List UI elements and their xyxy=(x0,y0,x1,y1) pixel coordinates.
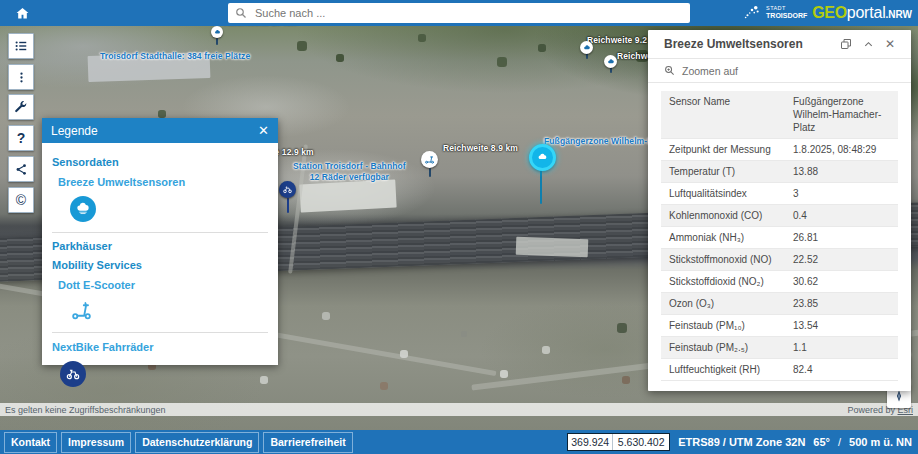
close-icon[interactable]: ✕ xyxy=(258,124,269,137)
copyright-button[interactable]: © xyxy=(8,187,34,213)
scooter-icon xyxy=(70,299,93,322)
help-button[interactable]: ? xyxy=(8,125,34,151)
legend-divider xyxy=(52,332,268,333)
map-label-stadthalle-parking: Troisdorf Stadthalle: 384 freie Plätze xyxy=(100,51,250,61)
search-icon xyxy=(235,7,247,19)
heading-readout: 65° xyxy=(813,436,830,448)
building-roof xyxy=(516,237,589,258)
geoportal-app: Reichweite 27 km Troisdorf Stadthalle: 3… xyxy=(0,0,918,454)
legend-title: Legende xyxy=(51,124,98,138)
list-icon xyxy=(14,39,28,53)
breeze-cloud-icon xyxy=(75,201,91,217)
legend-item-dott: Dott E-Scooter xyxy=(58,279,268,291)
legend-group-parkhaeuser: Parkhäuser xyxy=(52,240,268,252)
scooter-symbol xyxy=(70,299,268,322)
table-row: Ammoniak (NH₃)26.81 xyxy=(661,227,898,249)
status-readouts: ETRS89 / UTM Zone 32N 65° / 500 m ü. NN xyxy=(567,430,912,454)
coordinate-y-input[interactable] xyxy=(612,434,669,450)
footer-link-barrierefreiheit[interactable]: Barrierefreiheit xyxy=(263,432,352,453)
collapse-button[interactable] xyxy=(857,33,879,55)
sensor-popup-panel: Breeze Umweltsensoren ✕ Zoomen auf Senso… xyxy=(648,30,911,391)
footer-bar: Kontakt Impressum Datenschutzerklärung B… xyxy=(0,430,918,454)
map-label-bike-station: Station Troisdorf - Bahnhof 12 Räder ver… xyxy=(293,161,406,182)
parking-pin[interactable] xyxy=(211,26,223,38)
footer-link-datenschutz[interactable]: Datenschutzerklärung xyxy=(135,432,259,453)
search-input[interactable] xyxy=(253,6,683,20)
legend-group-mobility: Mobility Services xyxy=(52,259,268,271)
sensor-pin[interactable] xyxy=(604,55,617,68)
geoportal-logo: GEOportal.NRW xyxy=(812,4,912,22)
legend-header: Legende ✕ xyxy=(42,118,278,143)
legend-item-breeze: Breeze Umweltsensoren xyxy=(58,176,268,188)
stadt-troisdorf-logo-icon xyxy=(743,4,761,22)
brand-area: STADT TROISDORF GEOportal.NRW xyxy=(743,0,912,26)
legend-tool-button[interactable] xyxy=(8,33,34,59)
table-row: Stickstoffmonoxid (NO)22.52 xyxy=(661,249,898,271)
bike-station-pin[interactable] xyxy=(279,181,296,198)
attribution-bar: Es gelten keine Zugriffsbeschränkungen P… xyxy=(0,403,918,416)
tools-button[interactable] xyxy=(8,94,34,120)
footer-link-kontakt[interactable]: Kontakt xyxy=(4,432,57,453)
scooter-pin[interactable] xyxy=(421,151,438,168)
table-row: Temperatur (T)13.88 xyxy=(661,161,898,183)
legend-panel: Legende ✕ Sensordaten Breeze Umweltsenso… xyxy=(42,118,278,365)
zoom-to-action[interactable]: Zoomen auf xyxy=(648,58,911,83)
table-row: Kohlenmonoxid (CO)0.4 xyxy=(661,205,898,227)
access-restrictions-text: Es gelten keine Zugriffsbeschränkungen xyxy=(5,405,165,415)
rooftops xyxy=(0,26,4,30)
dock-icon xyxy=(840,38,852,50)
search-box xyxy=(228,3,690,23)
table-row: Luftfeuchtigkeit (RH)82.4 xyxy=(661,359,898,381)
chevron-up-icon xyxy=(863,39,874,50)
pin-stem xyxy=(287,198,289,213)
zoom-to-icon xyxy=(664,65,675,76)
home-icon xyxy=(14,6,31,21)
copyright-icon: © xyxy=(16,192,26,208)
legend-item-nextbike: NextBike Fahrräder xyxy=(52,341,268,353)
table-row: Stickstoffdioxid (NO₂)30.62 xyxy=(661,271,898,293)
home-button[interactable] xyxy=(10,3,34,23)
share-icon xyxy=(15,163,28,176)
pin-stem xyxy=(429,168,431,177)
map-label-range: Reichweite 27 km xyxy=(224,26,296,27)
kebab-menu-icon xyxy=(15,71,28,84)
bike-icon xyxy=(65,366,81,382)
separator: / xyxy=(838,436,841,448)
table-row: Zeitpunkt der Messung1.8.2025, 08:48:29 xyxy=(661,139,898,161)
footer-link-impressum[interactable]: Impressum xyxy=(61,432,131,453)
crs-label: ETRS89 / UTM Zone 32N xyxy=(678,436,805,448)
table-row: Feinstaub (PM₂.₅)1.1 xyxy=(661,337,898,359)
coordinate-inputs xyxy=(567,433,670,451)
table-row: Ozon (O₃)23.85 xyxy=(661,293,898,315)
breeze-symbol xyxy=(70,196,268,222)
table-row: Feinstaub (PM₁₀)13.54 xyxy=(661,315,898,337)
sensor-attributes-table: Sensor NameFußgängerzone Wilhelm-Hamache… xyxy=(661,91,898,381)
table-row: Sensor NameFußgängerzone Wilhelm-Hamache… xyxy=(661,91,898,139)
table-row: Luftqualitätsindex3 xyxy=(661,183,898,205)
wrench-icon xyxy=(14,100,28,114)
elevation-readout: 500 m ü. NN xyxy=(849,436,912,448)
legend-group-sensordaten: Sensordaten xyxy=(52,156,268,168)
map-label-range: Reichweite 8.9 km xyxy=(443,143,518,153)
panel-title: Breeze Umweltsensoren xyxy=(664,37,835,51)
close-icon: ✕ xyxy=(885,37,895,51)
nextbike-symbol xyxy=(60,361,268,387)
dock-button[interactable] xyxy=(835,33,857,55)
stadt-troisdorf-wordmark: STADT TROISDORF xyxy=(766,6,807,19)
close-panel-button[interactable]: ✕ xyxy=(879,33,901,55)
selected-sensor-marker[interactable] xyxy=(529,144,556,171)
share-button[interactable] xyxy=(8,156,34,182)
building-roof xyxy=(299,180,396,213)
sensor-pin[interactable] xyxy=(580,41,593,54)
pin-stem xyxy=(216,38,218,45)
more-tools-button[interactable] xyxy=(8,64,34,90)
top-bar: STADT TROISDORF GEOportal.NRW xyxy=(0,0,918,26)
coordinate-x-input[interactable] xyxy=(568,434,612,450)
question-icon: ? xyxy=(17,130,26,146)
legend-divider xyxy=(52,232,268,233)
compass-needle-icon xyxy=(892,389,906,403)
